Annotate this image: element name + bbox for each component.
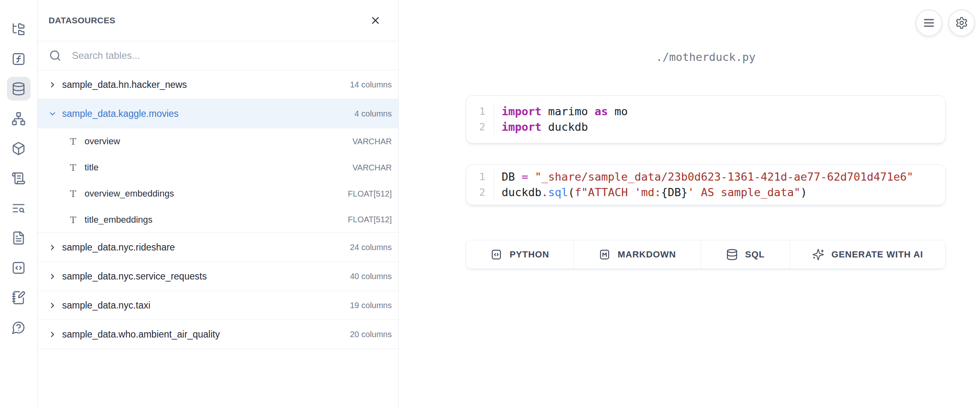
table-name: sample_data.nyc.service_requests <box>62 271 207 282</box>
table-name: sample_data.nyc.taxi <box>62 300 150 311</box>
scroll-text-icon <box>11 171 26 186</box>
table-name: sample_data.hn.hacker_news <box>62 79 187 90</box>
notebook: ./motherduck.py 1import marimo as mo2imp… <box>466 0 946 269</box>
rail-item-file-text[interactable] <box>7 226 31 250</box>
code-text[interactable]: import duckdb <box>494 119 588 135</box>
rail-item-network[interactable] <box>7 107 31 130</box>
settings-button[interactable] <box>948 9 975 36</box>
square-chevrons-icon <box>490 248 502 261</box>
notebook-pen-icon <box>11 291 26 305</box>
code-cell-1[interactable]: 1import marimo as mo2import duckdb <box>466 95 946 143</box>
square-code-icon <box>11 261 26 275</box>
add-sql-button[interactable]: SQL <box>701 240 790 268</box>
text-type-icon: T <box>69 136 78 147</box>
column-name: overview_embeddings <box>85 188 174 199</box>
code-line: 1DB = "_share/sample_data/23b0d623-1361-… <box>466 169 945 185</box>
code-text[interactable]: DB = "_share/sample_data/23b0d623-1361-4… <box>494 169 913 185</box>
column-name: overview <box>85 136 120 147</box>
table-row[interactable]: sample_data.who.ambient_air_quality20 co… <box>38 320 398 349</box>
table-row[interactable]: sample_data.nyc.taxi19 columns <box>38 291 398 320</box>
column-row[interactable]: Ttitle_embeddingsFLOAT[512] <box>38 207 398 233</box>
search-tables-input[interactable] <box>71 49 388 62</box>
column-name: title <box>85 162 98 173</box>
column-type: FLOAT[512] <box>348 189 392 199</box>
column-type: VARCHAR <box>353 137 392 146</box>
text-type-icon: T <box>69 215 78 225</box>
box-icon <box>11 141 26 156</box>
table-row[interactable]: sample_data.nyc.rideshare24 columns <box>38 233 398 262</box>
add-generate-with-ai-button[interactable]: GENERATE WITH AI <box>790 240 945 268</box>
table-name: sample_data.who.ambient_air_quality <box>62 329 220 340</box>
rail-item-function-square[interactable] <box>7 47 31 71</box>
code-cell-2[interactable]: 1DB = "_share/sample_data/23b0d623-1361-… <box>466 164 946 205</box>
code-token: = <box>522 170 535 183</box>
tables-list: sample_data.hn.hacker_news14 columnssamp… <box>38 70 398 349</box>
main-area: ./motherduck.py 1import marimo as mo2imp… <box>399 0 980 407</box>
code-token: mo <box>608 105 628 118</box>
rail-item-text-search[interactable] <box>7 196 31 220</box>
column-type: VARCHAR <box>353 163 392 172</box>
column-name: title_embeddings <box>85 215 152 225</box>
notebook-filename[interactable]: ./motherduck.py <box>466 50 946 64</box>
table-name: sample_data.nyc.rideshare <box>62 242 175 253</box>
datasources-panel: DATASOURCES sample_data.hn.hacker_news14… <box>38 0 399 407</box>
activity-rail <box>0 0 38 407</box>
code-token: duckdb <box>502 186 542 199</box>
search-row <box>38 41 398 70</box>
column-count: 19 columns <box>350 301 392 310</box>
column-count: 40 columns <box>350 272 392 281</box>
rail-item-folder-tree[interactable] <box>7 17 31 41</box>
column-count: 14 columns <box>350 80 392 89</box>
rail-item-message-circle-question[interactable] <box>7 315 31 339</box>
function-square-icon <box>11 52 26 66</box>
add-cell-bar: PYTHONMARKDOWNSQLGENERATE WITH AI <box>466 240 946 269</box>
code-token: . <box>542 186 548 199</box>
code-token: ' AS sample_data" <box>688 186 800 199</box>
network-icon <box>11 112 26 126</box>
code-token: DB <box>502 170 522 183</box>
code-line: 2import duckdb <box>466 119 945 135</box>
column-count: 4 columns <box>355 109 392 119</box>
button-label: MARKDOWN <box>618 249 676 260</box>
chevron-right-icon <box>48 243 57 252</box>
button-label: GENERATE WITH AI <box>831 249 923 260</box>
database-icon <box>726 248 738 261</box>
add-markdown-button[interactable]: MARKDOWN <box>574 240 701 268</box>
rail-item-scroll-text[interactable] <box>7 166 31 190</box>
column-row[interactable]: ToverviewVARCHAR <box>38 128 398 154</box>
code-token: import <box>502 121 542 133</box>
code-token: "_share/sample_data/23b0d623-1361-421d-a… <box>535 170 913 183</box>
code-token: ) <box>801 186 807 199</box>
file-text-icon <box>11 231 26 245</box>
settings-icon <box>955 16 968 29</box>
code-text[interactable]: import marimo as mo <box>494 104 628 119</box>
rail-item-database[interactable] <box>7 77 31 101</box>
table-row[interactable]: sample_data.nyc.service_requests40 colum… <box>38 262 398 291</box>
rail-item-notebook-pen[interactable] <box>7 286 31 309</box>
button-label: PYTHON <box>509 249 549 260</box>
chevron-right-icon <box>48 81 57 89</box>
column-row[interactable]: TtitleVARCHAR <box>38 154 398 181</box>
add-python-button[interactable]: PYTHON <box>466 240 574 268</box>
table-row[interactable]: sample_data.hn.hacker_news14 columns <box>38 70 398 99</box>
x-icon <box>370 15 381 26</box>
button-label: SQL <box>745 249 765 260</box>
column-row[interactable]: Toverview_embeddingsFLOAT[512] <box>38 181 398 207</box>
rail-item-square-code[interactable] <box>7 256 31 280</box>
code-text[interactable]: duckdb.sql(f"ATTACH 'md:{DB}' AS sample_… <box>494 185 807 200</box>
code-line: 1import marimo as mo <box>466 104 945 119</box>
text-type-icon: T <box>69 162 78 173</box>
code-token: as <box>595 105 608 118</box>
code-token: import <box>502 105 542 118</box>
line-number: 2 <box>466 185 494 200</box>
database-icon <box>11 82 26 96</box>
close-panel-button[interactable] <box>368 13 383 28</box>
message-circle-question-icon <box>11 320 26 335</box>
panel-header: DATASOURCES <box>38 0 398 41</box>
code-token: sql <box>548 186 568 199</box>
code-line: 2duckdb.sql(f"ATTACH 'md:{DB}' AS sample… <box>466 185 945 200</box>
table-row[interactable]: sample_data.kaggle.movies4 columns <box>38 99 398 128</box>
rail-item-box[interactable] <box>7 136 31 160</box>
column-type: FLOAT[512] <box>348 215 392 224</box>
chevron-down-icon <box>48 110 57 118</box>
